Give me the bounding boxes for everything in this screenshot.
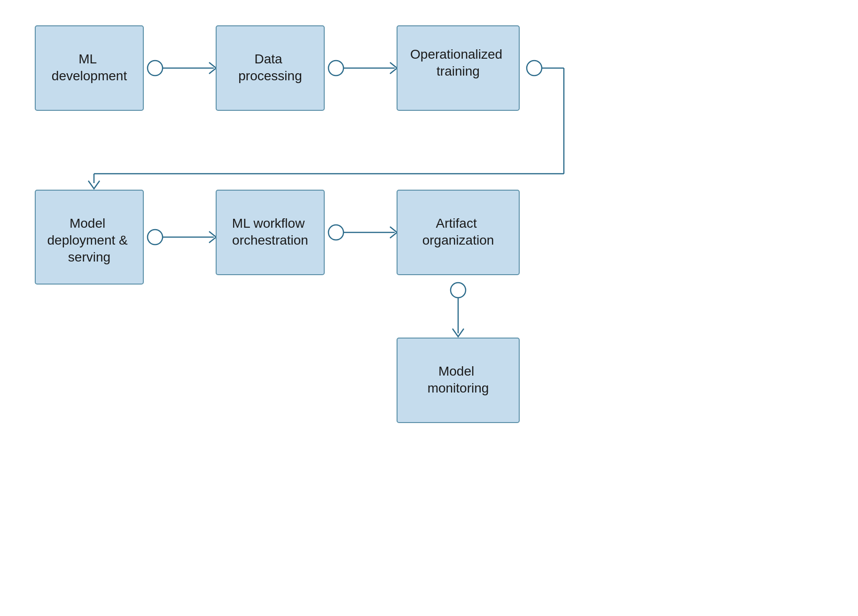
- diagram-container: ML development Data processing Operation…: [0, 0, 858, 616]
- conn-circle-5: [451, 283, 466, 298]
- conn-circle-1: [148, 61, 163, 76]
- conn-circle-4: [328, 225, 343, 240]
- conn-circle-corner: [527, 61, 542, 76]
- conn-circle-3: [148, 230, 163, 245]
- artifact-org-box[interactable]: [397, 190, 519, 275]
- data-proc-box[interactable]: [216, 26, 324, 110]
- model-monitor-box[interactable]: [397, 338, 519, 423]
- conn-circle-2: [328, 61, 343, 76]
- ml-workflow-box[interactable]: [216, 190, 324, 275]
- ml-dev-box[interactable]: [35, 26, 143, 110]
